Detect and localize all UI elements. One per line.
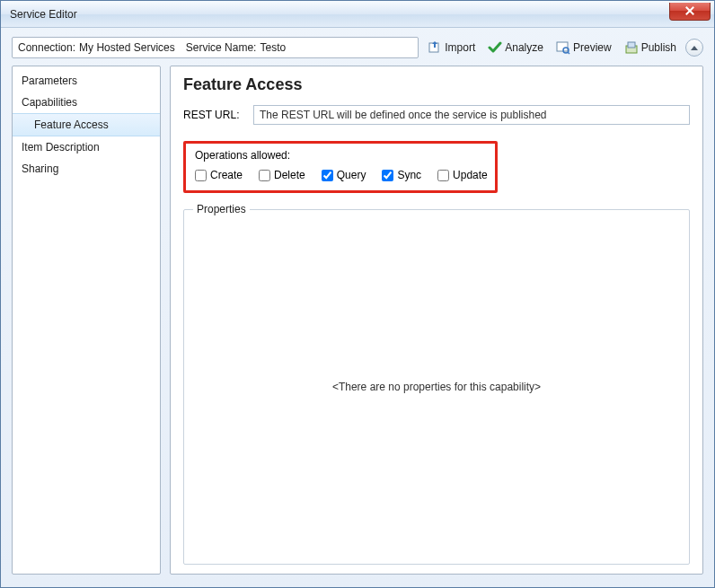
publish-label: Publish (641, 41, 676, 54)
sidebar-item-parameters[interactable]: Parameters (13, 70, 160, 92)
collapse-toggle[interactable] (685, 39, 703, 57)
service-name-label: Service Name: (186, 41, 257, 54)
sidebar: Parameters Capabilities Feature Access I… (12, 66, 161, 575)
analyze-button[interactable]: Analyze (484, 37, 547, 58)
rest-url-label: REST URL: (183, 109, 244, 121)
import-label: Import (445, 41, 475, 54)
op-query-label: Query (337, 169, 366, 181)
preview-label: Preview (573, 41, 612, 54)
import-button[interactable]: Import (424, 37, 479, 58)
properties-legend: Properties (193, 203, 250, 215)
chevron-up-icon (691, 46, 698, 50)
operations-allowed-group: Operations allowed: Create Delete Que (183, 141, 498, 193)
op-query-checkbox[interactable] (322, 170, 333, 181)
sidebar-item-sharing[interactable]: Sharing (13, 158, 160, 180)
main-panel: Feature Access REST URL: Operations allo… (170, 66, 703, 575)
close-button[interactable] (669, 3, 711, 21)
op-create[interactable]: Create (195, 169, 243, 181)
op-sync-label: Sync (397, 169, 421, 181)
op-delete-label: Delete (274, 169, 305, 181)
rest-url-row: REST URL: (183, 105, 690, 125)
properties-empty-text: <There are no properties for this capabi… (332, 381, 541, 393)
op-delete[interactable]: Delete (259, 169, 305, 181)
connection-value: My Hosted Services (79, 41, 175, 54)
import-icon (428, 40, 442, 55)
main-split: Parameters Capabilities Feature Access I… (12, 66, 703, 575)
sidebar-item-capabilities[interactable]: Capabilities (13, 92, 160, 113)
publish-icon (624, 40, 639, 55)
preview-icon (556, 40, 570, 55)
operations-checkboxes: Create Delete Query Sync (195, 169, 486, 181)
window-title: Service Editor (10, 8, 669, 21)
service-name-value: Testo (260, 41, 286, 54)
properties-group: Properties <There are no properties for … (183, 209, 690, 565)
close-icon (685, 6, 694, 15)
analyze-label: Analyze (505, 41, 543, 54)
rest-url-field[interactable] (253, 105, 690, 125)
connection-info-box[interactable]: Connection: My Hosted Services Service N… (12, 37, 419, 58)
preview-button[interactable]: Preview (552, 37, 615, 58)
service-editor-window: Service Editor Connection: My Hosted Ser… (0, 0, 715, 588)
op-update[interactable]: Update (437, 169, 488, 181)
op-create-label: Create (210, 169, 243, 181)
op-delete-checkbox[interactable] (259, 170, 270, 181)
check-icon (488, 40, 502, 55)
svg-line-3 (568, 52, 569, 54)
svg-rect-1 (557, 42, 568, 51)
op-sync-checkbox[interactable] (382, 170, 393, 181)
sidebar-item-feature-access[interactable]: Feature Access (13, 113, 160, 136)
toolbar: Connection: My Hosted Services Service N… (12, 37, 703, 58)
op-query[interactable]: Query (322, 169, 366, 181)
svg-rect-5 (628, 42, 635, 48)
connection-label: Connection: (18, 41, 75, 54)
operations-title: Operations allowed: (195, 149, 486, 162)
op-sync[interactable]: Sync (382, 169, 421, 181)
op-create-checkbox[interactable] (195, 170, 207, 181)
content-area: Connection: My Hosted Services Service N… (1, 28, 714, 587)
op-update-checkbox[interactable] (437, 170, 449, 181)
panel-heading: Feature Access (183, 75, 690, 94)
publish-button[interactable]: Publish (621, 37, 680, 58)
sidebar-item-item-description[interactable]: Item Description (13, 136, 160, 158)
titlebar: Service Editor (1, 1, 714, 28)
op-update-label: Update (453, 169, 488, 181)
